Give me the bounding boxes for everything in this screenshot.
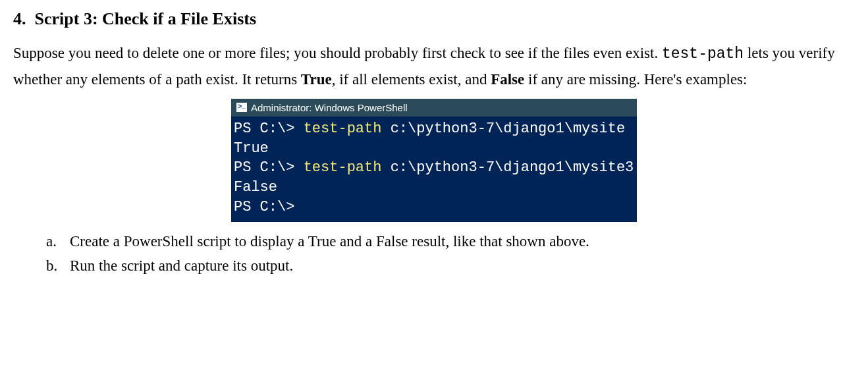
- ps-prompt-3: PS C:\>: [234, 199, 294, 215]
- list-item-a: a. Create a PowerShell script to display…: [46, 230, 855, 254]
- ps-output-1: True: [234, 140, 269, 157]
- ps-arg-2: c:\python3-7\django1\mysite3: [381, 159, 634, 176]
- powershell-window: Administrator: Windows PowerShell PS C:\…: [231, 99, 637, 222]
- para-text-3: , if all elements exist, and: [332, 71, 491, 88]
- list-marker-b: b.: [46, 254, 58, 279]
- powershell-title-text: Administrator: Windows PowerShell: [251, 102, 408, 113]
- list-item-b: b. Run the script and capture its output…: [46, 254, 855, 279]
- list-text-b: Run the script and capture its output.: [70, 254, 293, 279]
- ps-command-2: test-path: [304, 159, 382, 176]
- ps-arg-1: c:\python3-7\django1\mysite: [381, 120, 625, 137]
- para-text-4: if any are missing. Here's examples:: [524, 71, 747, 88]
- section-heading: 4. Script 3: Check if a File Exists: [13, 9, 855, 29]
- ps-prompt-2: PS C:\>: [234, 159, 304, 176]
- ps-prompt-1: PS C:\>: [234, 120, 304, 137]
- inline-code-testpath: test-path: [662, 45, 744, 63]
- heading-title: Script 3: Check if a File Exists: [35, 9, 257, 28]
- powershell-console-body: PS C:\> test-path c:\python3-7\django1\m…: [231, 117, 637, 222]
- ps-output-2: False: [234, 179, 277, 196]
- ordered-list: a. Create a PowerShell script to display…: [46, 230, 855, 279]
- intro-paragraph: Suppose you need to delete one or more f…: [13, 41, 855, 92]
- list-text-a: Create a PowerShell script to display a …: [70, 230, 589, 254]
- true-bold: True: [301, 71, 332, 88]
- powershell-icon: [236, 103, 247, 112]
- false-bold: False: [491, 71, 524, 88]
- list-marker-a: a.: [46, 230, 58, 254]
- heading-number: 4.: [13, 9, 26, 28]
- para-text-1: Suppose you need to delete one or more f…: [13, 45, 662, 61]
- ps-command-1: test-path: [304, 120, 382, 137]
- powershell-titlebar: Administrator: Windows PowerShell: [231, 99, 637, 117]
